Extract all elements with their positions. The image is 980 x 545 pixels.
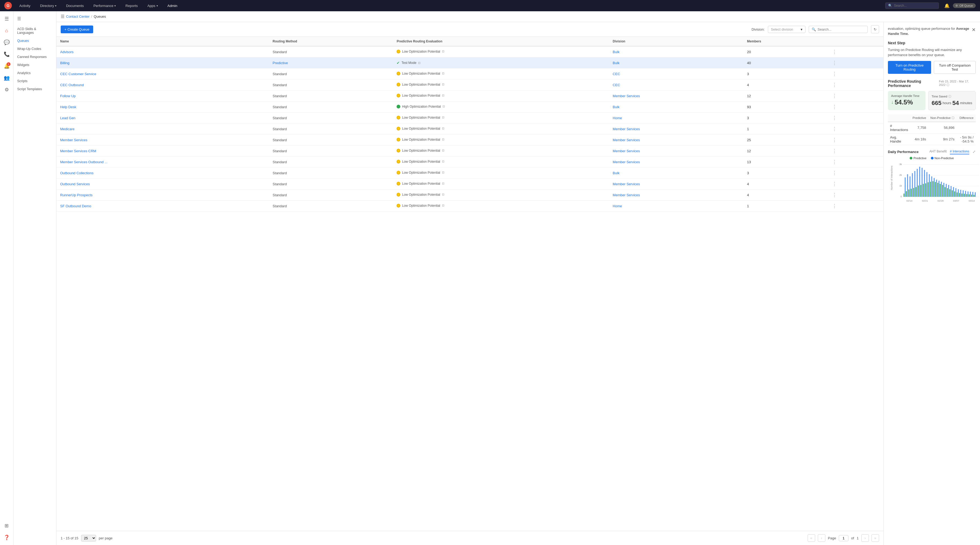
sidebar-item-acd-skills[interactable]: ACD Skills & Languages bbox=[13, 25, 56, 37]
notifications-icon[interactable]: 🔔 bbox=[944, 3, 950, 8]
division-link[interactable]: Member Services bbox=[613, 160, 640, 164]
eval-info-icon[interactable]: ⊡ bbox=[442, 149, 444, 152]
sidebar-icon-home[interactable]: ⌂ bbox=[2, 26, 11, 35]
eval-info-icon[interactable]: ⊡ bbox=[442, 138, 444, 141]
queue-name-link[interactable]: Help Desk bbox=[60, 105, 76, 109]
non-predictive-info-icon[interactable]: ⓘ bbox=[951, 116, 955, 119]
row-menu-icon[interactable]: ⋮ bbox=[831, 126, 838, 132]
queue-name-link[interactable]: Lead Gen bbox=[60, 116, 75, 120]
row-menu-icon[interactable]: ⋮ bbox=[831, 60, 838, 65]
nav-directory[interactable]: Directory ▾ bbox=[38, 3, 59, 9]
row-menu-icon[interactable]: ⋮ bbox=[831, 148, 838, 154]
row-menu-icon[interactable]: ⋮ bbox=[831, 82, 838, 87]
row-menu-icon[interactable]: ⋮ bbox=[831, 170, 838, 176]
nav-reports[interactable]: Reports bbox=[123, 3, 140, 9]
sidebar-icon-menu[interactable]: ☰ bbox=[2, 14, 11, 24]
sidebar-item-queues[interactable]: Queues bbox=[13, 37, 56, 45]
sidebar-item-analytics[interactable]: Analytics bbox=[13, 69, 56, 77]
division-link[interactable]: CEC bbox=[613, 72, 620, 76]
search-box[interactable]: 🔍 bbox=[809, 26, 868, 33]
eval-info-icon[interactable]: ⊡ bbox=[442, 127, 444, 130]
row-menu-icon[interactable]: ⋮ bbox=[831, 115, 838, 121]
division-link[interactable]: Bulk bbox=[613, 105, 619, 109]
eval-info-icon[interactable]: ⊡ bbox=[442, 193, 444, 196]
queue-name-link[interactable]: Billing bbox=[60, 61, 70, 65]
queue-name-link[interactable]: SF Outbound Demo bbox=[60, 204, 91, 208]
queue-name-link[interactable]: Outbound Collections bbox=[60, 171, 94, 175]
eval-info-icon[interactable]: ⊡ bbox=[442, 171, 444, 174]
eval-info-icon[interactable]: ⊡ bbox=[442, 182, 444, 185]
division-link[interactable]: Home bbox=[613, 204, 622, 208]
queue-name-link[interactable]: Member Services Outbound ... bbox=[60, 160, 107, 164]
pagination-next[interactable]: › bbox=[861, 534, 869, 542]
queue-name-link[interactable]: Member Services bbox=[60, 138, 87, 142]
sidebar-icon-notifications[interactable]: 🔔 1 bbox=[2, 61, 11, 71]
turn-off-comparison-button[interactable]: Turn off Comparison Test bbox=[934, 61, 976, 74]
search-input[interactable] bbox=[818, 27, 865, 32]
row-menu-icon[interactable]: ⋮ bbox=[831, 203, 838, 208]
pagination-first[interactable]: « bbox=[808, 534, 815, 542]
eval-info-icon[interactable]: ⊡ bbox=[418, 61, 420, 65]
eval-info-icon[interactable]: ⊡ bbox=[442, 160, 444, 163]
division-link[interactable]: Member Services bbox=[613, 127, 640, 131]
division-link[interactable]: Bulk bbox=[613, 61, 619, 65]
nav-search-input[interactable] bbox=[894, 4, 931, 8]
per-page-select[interactable]: 25 50 100 bbox=[81, 535, 96, 542]
nav-admin[interactable]: Admin bbox=[165, 3, 180, 9]
queue-name-link[interactable]: Advisors bbox=[60, 50, 73, 54]
division-link[interactable]: Bulk bbox=[613, 171, 619, 175]
chart-tab-interactions[interactable]: # Interactions bbox=[950, 149, 969, 154]
sidebar-item-widgets[interactable]: Widgets bbox=[13, 61, 56, 69]
sidebar-icon-apps[interactable]: ⊞ bbox=[2, 521, 11, 531]
division-link[interactable]: Bulk bbox=[613, 50, 619, 54]
sidebar-icon-messages[interactable]: 💬 bbox=[2, 38, 11, 47]
row-menu-icon[interactable]: ⋮ bbox=[831, 104, 838, 110]
sidebar-icon-users[interactable]: 👥 bbox=[2, 73, 11, 83]
sidebar-item-canned[interactable]: Canned Responses bbox=[13, 53, 56, 61]
division-link[interactable]: Member Services bbox=[613, 149, 640, 153]
row-menu-icon[interactable]: ⋮ bbox=[831, 181, 838, 187]
division-link[interactable]: Home bbox=[613, 116, 622, 120]
breadcrumb-root[interactable]: Contact Center bbox=[66, 14, 89, 19]
nav-apps[interactable]: Apps ▾ bbox=[145, 3, 160, 9]
queue-name-link[interactable]: Outbound Services bbox=[60, 182, 90, 186]
perf-info-icon[interactable]: ⓘ bbox=[947, 83, 950, 86]
eval-info-icon[interactable]: ⊡ bbox=[442, 83, 444, 86]
eval-info-icon[interactable]: ⊡ bbox=[442, 105, 445, 108]
eval-info-icon[interactable]: ⊡ bbox=[442, 94, 444, 97]
division-link[interactable]: Member Services bbox=[613, 138, 640, 142]
panel-close-button[interactable]: ✕ bbox=[972, 26, 976, 33]
refresh-button[interactable]: ↻ bbox=[871, 25, 879, 33]
eval-info-icon[interactable]: ⊡ bbox=[442, 204, 444, 207]
queue-name-link[interactable]: Follow Up bbox=[60, 94, 76, 98]
row-menu-icon[interactable]: ⋮ bbox=[831, 49, 838, 54]
row-menu-icon[interactable]: ⋮ bbox=[831, 93, 838, 99]
nav-performance[interactable]: Performance ▾ bbox=[91, 3, 118, 9]
sidebar-icon-settings[interactable]: ⚙ bbox=[2, 85, 11, 94]
page-input[interactable] bbox=[839, 535, 848, 541]
row-menu-icon[interactable]: ⋮ bbox=[831, 137, 838, 143]
division-link[interactable]: Member Services bbox=[613, 182, 640, 186]
queue-name-link[interactable]: CEC Outbound bbox=[60, 83, 84, 87]
time-saved-info-icon[interactable]: ⓘ bbox=[948, 94, 951, 99]
sidebar-item-script-templates[interactable]: Script Templates bbox=[13, 85, 56, 93]
division-link[interactable]: Member Services bbox=[613, 94, 640, 98]
division-select[interactable]: Select division ▾ bbox=[768, 26, 805, 33]
eval-info-icon[interactable]: ⊡ bbox=[442, 116, 444, 119]
nav-activity[interactable]: Activity bbox=[17, 3, 32, 9]
sidebar-icon-phone[interactable]: 📞 bbox=[2, 49, 11, 59]
queue-name-link[interactable]: Member Services CRM bbox=[60, 149, 96, 153]
turn-on-predictive-button[interactable]: Turn on Predictive Routing bbox=[888, 61, 931, 74]
eval-info-icon[interactable]: ⊡ bbox=[442, 72, 444, 75]
division-link[interactable]: Member Services bbox=[613, 193, 640, 197]
row-menu-icon[interactable]: ⋮ bbox=[831, 159, 838, 165]
sidebar-item-scripts[interactable]: Scripts bbox=[13, 77, 56, 85]
eval-info-icon[interactable]: ⊡ bbox=[442, 50, 444, 53]
pagination-prev[interactable]: ‹ bbox=[818, 534, 825, 542]
chart-tab-aht[interactable]: AHT Benefit bbox=[929, 149, 947, 154]
breadcrumb-menu-icon[interactable]: ☰ bbox=[61, 14, 64, 19]
sidebar-item-wrap-up[interactable]: Wrap-Up Codes bbox=[13, 45, 56, 53]
queue-toggle[interactable]: Off Queue bbox=[953, 3, 976, 8]
nav-documents[interactable]: Documents bbox=[64, 3, 86, 9]
create-queue-button[interactable]: + Create Queue bbox=[61, 25, 93, 33]
